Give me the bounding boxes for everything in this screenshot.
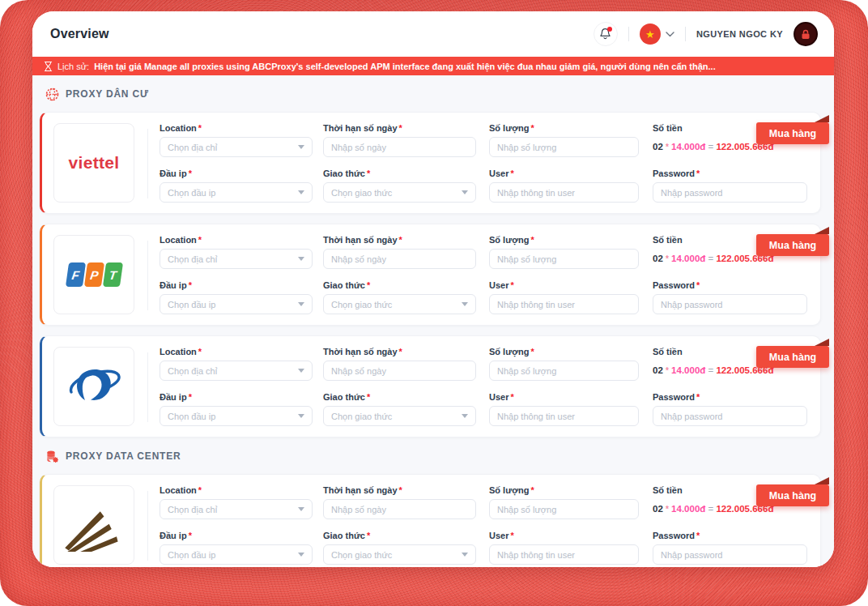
buy-button[interactable]: Mua hàng xyxy=(756,122,829,144)
duration-input[interactable] xyxy=(323,249,476,269)
user-label: User xyxy=(489,169,508,178)
protocol-select[interactable]: Chọn giao thức xyxy=(323,294,476,314)
ip-prefix-select[interactable]: Chọn đầu ip xyxy=(160,544,313,565)
quantity-input[interactable] xyxy=(489,137,639,157)
vietnam-flag-icon: ★ xyxy=(640,23,661,45)
provider-logo-box: viettel F P T xyxy=(53,485,134,565)
ip-prefix-select[interactable]: Chọn đầu ip xyxy=(160,182,313,203)
ip-prefix-field: Đầu ip* Chọn đầu ip xyxy=(160,169,313,203)
location-field: Location* Chọn địa chỉ xyxy=(160,235,313,269)
protocol-label: Giao thức xyxy=(323,531,365,540)
duration-label: Thời hạn số ngày xyxy=(323,485,398,495)
page-title: Overview xyxy=(50,27,109,41)
required-mark: * xyxy=(198,123,202,133)
required-mark: * xyxy=(367,169,370,178)
required-mark: * xyxy=(367,392,370,402)
select-caret-icon xyxy=(298,190,304,194)
password-input[interactable] xyxy=(653,182,807,203)
protocol-field: Giao thức* Chọn giao thức xyxy=(323,169,476,203)
duration-input[interactable] xyxy=(323,137,476,157)
user-field: User* xyxy=(489,169,639,203)
location-select[interactable]: Chọn địa chỉ xyxy=(160,249,313,269)
fpt-logo: F P T xyxy=(65,262,122,287)
quantity-input[interactable] xyxy=(489,499,639,519)
duration-field: Thời hạn số ngày* xyxy=(323,347,476,381)
duration-input[interactable] xyxy=(323,499,476,519)
protocol-select[interactable]: Chọn giao thức xyxy=(323,406,476,426)
amount-label: Số tiền xyxy=(653,347,683,356)
proxy-offer-card: viettel F P T xyxy=(40,112,821,214)
ip-prefix-select[interactable]: Chọn đầu ip xyxy=(160,294,313,314)
buy-button[interactable]: Mua hàng xyxy=(756,234,829,256)
password-label: Password xyxy=(653,392,695,402)
location-field: Location* Chọn địa chỉ xyxy=(160,485,313,519)
user-field: User* xyxy=(489,531,639,565)
proxy-offer-card: viettel F P T xyxy=(40,224,821,326)
vnpt-logo xyxy=(67,361,121,412)
app-window: Overview ★ NGUYEN NGOC KY xyxy=(32,11,834,567)
required-mark: * xyxy=(510,280,513,290)
password-input[interactable] xyxy=(653,294,807,314)
ip-prefix-field: Đầu ip* Chọn đầu ip xyxy=(160,531,313,565)
ip-prefix-select[interactable]: Chọn đầu ip xyxy=(160,406,313,426)
user-input[interactable] xyxy=(489,406,639,426)
required-mark: * xyxy=(696,392,700,402)
user-label: User xyxy=(489,392,508,402)
password-input[interactable] xyxy=(653,544,807,565)
location-select[interactable]: Chọn địa chỉ xyxy=(160,499,313,519)
location-select[interactable]: Chọn địa chỉ xyxy=(160,361,313,381)
required-mark: * xyxy=(530,347,534,356)
required-mark: * xyxy=(399,235,402,245)
password-label: Password xyxy=(653,280,695,290)
user-input[interactable] xyxy=(489,294,639,314)
header-divider xyxy=(628,27,629,41)
required-mark: * xyxy=(696,280,700,290)
password-input[interactable] xyxy=(653,406,807,426)
user-input[interactable] xyxy=(489,182,639,203)
gold-triangle-logo xyxy=(62,495,126,555)
password-field: Password* xyxy=(653,392,807,426)
user-avatar[interactable] xyxy=(794,22,818,46)
duration-input[interactable] xyxy=(323,361,476,381)
ip-prefix-label: Đầu ip xyxy=(160,392,187,402)
duration-field: Thời hạn số ngày* xyxy=(323,123,476,157)
quantity-field: Số lượng* xyxy=(489,347,639,381)
protocol-field: Giao thức* Chọn giao thức xyxy=(323,531,476,565)
logo-divider xyxy=(147,491,148,561)
user-input[interactable] xyxy=(489,544,639,565)
duration-label: Thời hạn số ngày xyxy=(323,235,398,245)
quantity-input[interactable] xyxy=(489,361,639,381)
buy-button[interactable]: Mua hàng xyxy=(756,346,829,368)
notification-dot xyxy=(607,27,612,32)
quantity-label: Số lượng xyxy=(489,235,529,245)
user-field: User* xyxy=(489,392,639,426)
quantity-input[interactable] xyxy=(489,249,639,269)
protocol-select[interactable]: Chọn giao thức xyxy=(323,182,476,203)
password-field: Password* xyxy=(653,169,807,203)
notification-bell-button[interactable] xyxy=(594,22,618,46)
provider-logo-box: viettel F P T xyxy=(53,347,134,426)
logo-divider xyxy=(147,352,148,422)
location-label: Location xyxy=(160,123,197,133)
buy-button[interactable]: Mua hàng xyxy=(756,484,829,506)
location-field: Location* Chọn địa chỉ xyxy=(160,123,313,157)
required-mark: * xyxy=(198,235,202,245)
logo-divider xyxy=(147,241,148,310)
user-name: NGUYEN NGOC KY xyxy=(696,29,783,39)
location-select[interactable]: Chọn địa chỉ xyxy=(160,137,313,157)
language-selector[interactable]: ★ xyxy=(640,23,674,45)
chevron-down-icon xyxy=(666,32,674,37)
viettel-logo: viettel xyxy=(69,153,120,173)
quantity-field: Số lượng* xyxy=(489,123,639,157)
select-caret-icon xyxy=(298,369,304,373)
select-caret-icon xyxy=(298,302,304,306)
required-mark: * xyxy=(189,280,192,290)
section-title-text: PROXY DATA CENTER xyxy=(66,450,181,462)
protocol-select[interactable]: Chọn giao thức xyxy=(323,544,476,565)
required-mark: * xyxy=(530,235,534,245)
logo-divider xyxy=(147,129,148,198)
required-mark: * xyxy=(198,347,202,356)
proxy-data-center-card-list: viettel F P T xyxy=(32,474,834,567)
select-caret-icon xyxy=(462,302,468,306)
banner-message: Hiện tại giá Manage all proxies using AB… xyxy=(94,62,716,71)
